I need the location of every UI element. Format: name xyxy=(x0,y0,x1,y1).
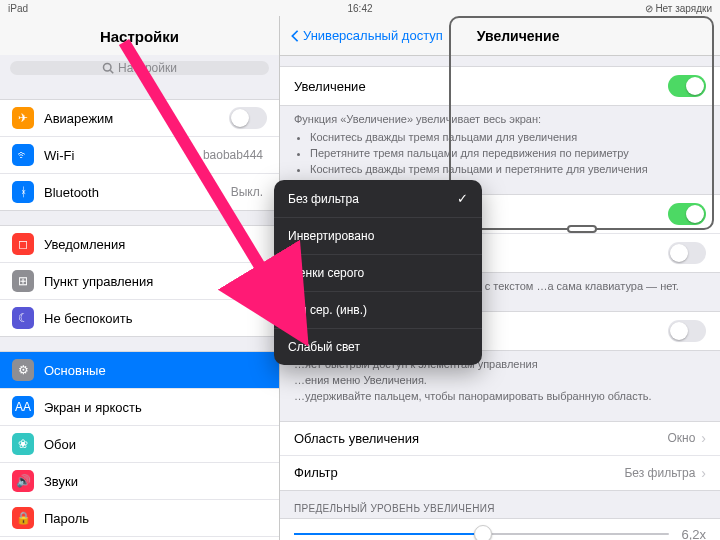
sidebar-item-Основные[interactable]: ⚙Основные xyxy=(0,352,279,389)
filter-option[interactable]: ттенки серого xyxy=(274,255,482,292)
max-zoom-header: ПРЕДЕЛЬНЫЙ УРОВЕНЬ УВЕЛИЧЕНИЯ xyxy=(280,491,720,518)
sidebar-item-label: Bluetooth xyxy=(44,185,231,200)
zoom-help: Функция «Увеличение» увеличивает весь эк… xyxy=(280,106,720,184)
chevron-right-icon: › xyxy=(701,430,706,446)
settings-sidebar: Настройки Настройки ✈АвиарежимᯤWi-Fibaob… xyxy=(0,16,280,540)
sidebar-item-Пароль[interactable]: 🔒Пароль xyxy=(0,500,279,537)
filter-row[interactable]: Фильтр Без фильтра › xyxy=(280,456,720,490)
check-icon: ✓ xyxy=(457,191,468,206)
chevron-right-icon: › xyxy=(701,465,706,481)
sidebar-title: Настройки xyxy=(0,16,279,55)
sidebar-item-Экран и яркость[interactable]: AAЭкран и яркость xyxy=(0,389,279,426)
sidebar-item-label: Основные xyxy=(44,363,267,378)
sidebar-item-Авиарежим[interactable]: ✈Авиарежим xyxy=(0,100,279,137)
filter-popup[interactable]: Без фильтра✓Инвертированоттенки серогонк… xyxy=(274,180,482,365)
zoom-toggle[interactable] xyxy=(668,75,706,97)
zoom-row[interactable]: Увеличение xyxy=(280,67,720,105)
airplane-icon: ✈ xyxy=(12,107,34,129)
sidebar-item-label: Пункт управления xyxy=(44,274,267,289)
general-icon: ⚙ xyxy=(12,359,34,381)
wallpaper-icon: ❀ xyxy=(12,433,34,455)
search-input[interactable]: Настройки xyxy=(10,61,269,75)
status-bar: iPad 16:42 ⊘ Нет зарядки xyxy=(0,0,720,16)
wifi-icon: ᯤ xyxy=(12,144,34,166)
dnd-icon: ☾ xyxy=(12,307,34,329)
notifications-icon: ◻ xyxy=(12,233,34,255)
svg-line-1 xyxy=(110,70,113,73)
back-button[interactable]: Универсальный доступ xyxy=(290,28,443,43)
zoom-region-row[interactable]: Область увеличения Окно › xyxy=(280,422,720,456)
status-battery: ⊘ Нет зарядки xyxy=(645,3,712,14)
filter-option[interactable]: Без фильтра✓ xyxy=(274,180,482,218)
sidebar-item-Wi-Fi[interactable]: ᯤWi-Fibaobab444 xyxy=(0,137,279,174)
search-icon xyxy=(102,62,114,74)
follow-focus-toggle[interactable] xyxy=(668,203,706,225)
sidebar-item-label: Пароль xyxy=(44,511,267,526)
sidebar-item-Обои[interactable]: ❀Обои xyxy=(0,426,279,463)
status-device: iPad xyxy=(8,3,28,14)
sidebar-item-label: Не беспокоить xyxy=(44,311,267,326)
filter-option[interactable]: нки сер. (инв.) xyxy=(274,292,482,329)
sidebar-item-Пункт управления[interactable]: ⊞Пункт управления xyxy=(0,263,279,300)
row4-toggle[interactable] xyxy=(668,320,706,342)
sidebar-item-label: Экран и яркость xyxy=(44,400,267,415)
bluetooth-icon: ᚼ xyxy=(12,181,34,203)
filter-option[interactable]: Инвертировано xyxy=(274,218,482,255)
passcode-icon: 🔒 xyxy=(12,507,34,529)
status-time: 16:42 xyxy=(347,3,372,14)
sidebar-item-label: Wi-Fi xyxy=(44,148,203,163)
sidebar-item-label: Звуки xyxy=(44,474,267,489)
toggle[interactable] xyxy=(229,107,267,129)
row3-toggle[interactable] xyxy=(668,242,706,264)
sidebar-item-label: Обои xyxy=(44,437,267,452)
sidebar-item-Не беспокоить[interactable]: ☾Не беспокоить xyxy=(0,300,279,336)
chevron-left-icon xyxy=(290,29,300,43)
svg-point-0 xyxy=(104,64,112,72)
sidebar-item-Bluetooth[interactable]: ᚼBluetoothВыкл. xyxy=(0,174,279,210)
display-icon: AA xyxy=(12,396,34,418)
nav-header: Универсальный доступ Увеличение xyxy=(280,16,720,56)
page-title: Увеличение xyxy=(477,28,560,44)
sidebar-item-Звуки[interactable]: 🔊Звуки xyxy=(0,463,279,500)
sidebar-item-label: Уведомления xyxy=(44,237,267,252)
search-placeholder: Настройки xyxy=(118,61,177,75)
filter-option[interactable]: Слабый свет xyxy=(274,329,482,365)
sidebar-item-label: Авиарежим xyxy=(44,111,229,126)
max-zoom-slider[interactable]: 6,2x xyxy=(280,518,720,541)
sidebar-item-Уведомления[interactable]: ◻Уведомления xyxy=(0,226,279,263)
sounds-icon: 🔊 xyxy=(12,470,34,492)
controlcenter-icon: ⊞ xyxy=(12,270,34,292)
